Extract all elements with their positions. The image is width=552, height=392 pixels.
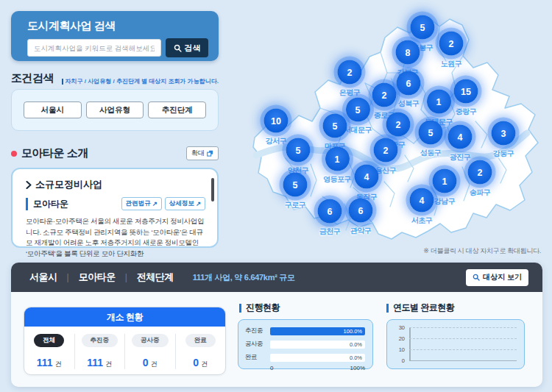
district-count-bubble[interactable]: 4 — [448, 125, 473, 149]
condition-search-title: 조건검색 — [11, 71, 54, 85]
search-input[interactable] — [27, 39, 161, 57]
district-label: 서초구 — [411, 215, 433, 226]
yearly-tick-label: 0 — [392, 357, 405, 364]
search-icon — [473, 274, 480, 281]
district-count-bubble[interactable]: 15 — [454, 79, 478, 104]
count-value: 111 — [37, 357, 53, 368]
progress-track: 100.0% — [270, 327, 365, 335]
link-button-상세정보[interactable]: 상세정보↗ — [165, 197, 205, 210]
filter-separator: | — [67, 272, 69, 282]
district-count-bubble[interactable]: 8 — [396, 40, 420, 65]
district-marker-노원구[interactable]: 2노원구 — [439, 32, 464, 69]
status-filter-모아타운[interactable]: 모아타운 — [79, 271, 116, 284]
district-marker-구로구[interactable]: 5구로구 — [283, 173, 308, 210]
seoul-district-map[interactable]: 2은평구5도봉구2노원구8강북구6성북구15중랑구1동대문구2종로구5서대문구5… — [228, 11, 545, 243]
bottom-panel: 서울시|모아타운|전체단계 111개 사업, 약 6.647km² 규모 대상지… — [11, 263, 542, 387]
yearly-completion-chart: 3020100 — [386, 319, 525, 369]
district-marker-관악구[interactable]: 6관악구 — [349, 199, 373, 236]
district-count-bubble[interactable]: 6 — [397, 71, 421, 96]
count-unit: 건 — [151, 360, 158, 368]
yearly-tick-label: 20 — [392, 335, 405, 342]
district-label: 강서구 — [266, 136, 287, 146]
condition-search-note: 자치구 / 사업유형 / 추진단계 별 대상지 조회가 가능합니다. — [62, 77, 219, 85]
district-marker-강서구[interactable]: 10강서구 — [264, 109, 289, 146]
status-filter-전체단계[interactable]: 전체단계 — [137, 271, 174, 284]
district-count-bubble[interactable]: 2 — [338, 60, 362, 85]
count-pill-추진중[interactable]: 추진중 — [82, 334, 118, 347]
status-filter-서울시[interactable]: 서울시 — [29, 271, 57, 284]
district-label: 금천구 — [319, 227, 341, 237]
district-marker-영등포구[interactable]: 1영등포구 — [323, 147, 351, 185]
condition-button-사업유형[interactable]: 사업유형 — [86, 101, 144, 118]
expand-window-icon — [207, 150, 213, 157]
map-note: ※ 더블클릭 시 대상 자치구로 확대됩니다. — [331, 246, 541, 256]
district-marker-강남구[interactable]: 1강남구 — [433, 169, 457, 207]
district-count-bubble[interactable]: 6 — [318, 199, 342, 224]
district-marker-서초구[interactable]: 4서초구 — [410, 188, 434, 226]
district-count-bubble[interactable]: 5 — [323, 114, 347, 138]
district-marker-강동구[interactable]: 3강동구 — [492, 121, 516, 159]
title-bar — [239, 304, 241, 313]
progress-row-추진중: 추진중100.0% — [245, 327, 365, 335]
district-count-bubble[interactable]: 5 — [286, 138, 311, 163]
district-marker-중랑구[interactable]: 15중랑구 — [454, 79, 478, 117]
district-marker-광진구[interactable]: 4광진구 — [448, 125, 473, 163]
progress-row-label: 완료 — [245, 353, 266, 362]
district-count-bubble[interactable]: 2 — [386, 113, 411, 137]
district-label: 은평구 — [339, 88, 361, 98]
district-marker-성동구[interactable]: 5성동구 — [419, 121, 443, 158]
count-value: 0 — [143, 357, 149, 368]
intro-card: 소규모정비사업 모아타운 관련법규↗상세정보↗ 모아타운·모아주택은 서울의 새… — [11, 168, 219, 248]
category-row[interactable]: 소규모정비사업 — [26, 178, 205, 191]
district-count-bubble[interactable]: 10 — [264, 109, 289, 133]
scrollbar-thumb[interactable] — [211, 178, 214, 202]
condition-search-note-text: 자치구 / 사업유형 / 추진단계 별 대상지 조회가 가능합니다. — [66, 77, 219, 85]
district-count-bubble[interactable]: 2 — [468, 160, 492, 185]
district-marker-은평구[interactable]: 2은평구 — [338, 60, 362, 98]
progress-percent-label: 0.0% — [350, 341, 362, 348]
search-panel: 도시계획사업 검색 검색 — [11, 11, 219, 61]
district-marker-성북구[interactable]: 6성북구 — [397, 71, 421, 109]
district-count-bubble[interactable]: 5 — [411, 15, 435, 40]
district-label: 강남구 — [434, 196, 456, 207]
link-button-관련법규[interactable]: 관련법규↗ — [121, 197, 162, 210]
district-count-bubble[interactable]: 1 — [427, 90, 451, 114]
count-card-title: 개소 현황 — [24, 307, 225, 327]
count-value-row: 111건 — [37, 357, 62, 369]
progress-percent-label: 100.0% — [344, 328, 362, 335]
district-marker-마포구[interactable]: 5마포구 — [323, 114, 347, 152]
view-targets-button[interactable]: 대상지 보기 — [466, 269, 528, 286]
district-count-bubble[interactable]: 6 — [349, 199, 373, 223]
condition-button-추진단계[interactable]: 추진단계 — [148, 101, 206, 118]
district-count-bubble[interactable]: 4 — [410, 188, 434, 213]
district-label: 송파구 — [470, 188, 491, 198]
district-marker-금천구[interactable]: 6금천구 — [318, 199, 342, 237]
district-count-bubble[interactable]: 2 — [374, 138, 398, 163]
district-count-bubble[interactable]: 5 — [419, 121, 443, 145]
district-label: 서대문구 — [344, 125, 372, 135]
district-label: 중랑구 — [456, 107, 477, 117]
district-marker-서대문구[interactable]: 5서대문구 — [344, 98, 372, 135]
expand-button[interactable]: 확대 — [186, 146, 219, 160]
condition-button-서울시[interactable]: 서울시 — [24, 101, 82, 118]
progress-row-label: 추진중 — [245, 327, 266, 335]
count-column-추진중: 추진중111건 — [75, 334, 126, 369]
district-count-bubble[interactable]: 5 — [283, 173, 308, 197]
progress-percent-label: 0.0% — [350, 354, 362, 361]
district-marker-양천구[interactable]: 5양천구 — [286, 138, 311, 176]
district-count-bubble[interactable]: 5 — [346, 98, 370, 122]
district-count-bubble[interactable]: 4 — [355, 165, 379, 189]
category-label: 소규모정비사업 — [35, 178, 102, 191]
count-pill-전체[interactable]: 전체 — [34, 334, 64, 347]
district-count-bubble[interactable]: 2 — [439, 32, 464, 56]
district-marker-동작구[interactable]: 4동작구 — [355, 165, 379, 202]
district-count-bubble[interactable]: 1 — [433, 169, 457, 193]
district-marker-송파구[interactable]: 2송파구 — [468, 160, 492, 198]
search-button[interactable]: 검색 — [166, 38, 208, 57]
district-count-bubble[interactable]: 3 — [492, 121, 516, 146]
count-pill-공사중[interactable]: 공사중 — [132, 334, 169, 347]
district-count-bubble[interactable]: 2 — [372, 83, 397, 107]
gridline — [409, 360, 517, 361]
district-count-bubble[interactable]: 1 — [325, 147, 350, 171]
count-pill-완료[interactable]: 완료 — [185, 334, 216, 347]
